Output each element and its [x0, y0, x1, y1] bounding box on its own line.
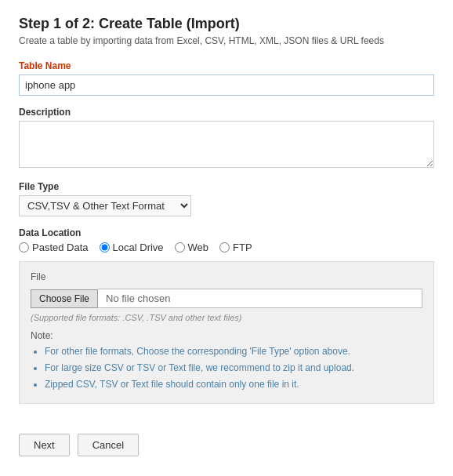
file-name-display: No file chosen — [98, 289, 422, 308]
page-title: Step 1 of 2: Create Table (Import) — [19, 16, 434, 32]
cancel-button[interactable]: Cancel — [78, 434, 139, 456]
file-type-label: File Type — [19, 181, 434, 192]
description-input[interactable] — [19, 121, 434, 168]
file-type-select[interactable]: CSV,TSV & Other Text Format Excel HTML X… — [19, 195, 191, 216]
radio-web[interactable]: Web — [175, 242, 209, 253]
note-item-3: Zipped CSV, TSV or Text file should cont… — [45, 377, 422, 391]
next-button[interactable]: Next — [19, 434, 70, 456]
note-label: Note: — [31, 330, 422, 341]
radio-local-label: Local Drive — [113, 242, 164, 253]
note-list: For other file formats, Choose the corre… — [31, 344, 422, 391]
choose-file-button[interactable]: Choose File — [31, 289, 98, 308]
data-location-label: Data Location — [19, 227, 434, 238]
page-subtitle: Create a table by importing data from Ex… — [19, 35, 434, 46]
file-input-row: Choose File No file chosen — [31, 289, 422, 308]
radio-web-label: Web — [188, 242, 209, 253]
radio-ftp-label: FTP — [233, 242, 252, 253]
description-label: Description — [19, 107, 434, 118]
radio-local-drive[interactable]: Local Drive — [100, 242, 164, 253]
table-name-input[interactable] — [19, 74, 434, 96]
button-row: Next Cancel — [19, 426, 434, 456]
table-name-label: Table Name — [19, 60, 434, 71]
radio-pasted-data[interactable]: Pasted Data — [19, 242, 89, 253]
radio-pasted-label: Pasted Data — [32, 242, 89, 253]
note-item-1: For other file formats, Choose the corre… — [45, 344, 422, 358]
data-location-options: Pasted Data Local Drive Web FTP — [19, 242, 434, 253]
file-section: File Choose File No file chosen (Support… — [19, 261, 434, 404]
file-section-label: File — [31, 271, 422, 282]
supported-formats-text: (Supported file formats: .CSV, .TSV and … — [31, 313, 422, 322]
radio-local-input[interactable] — [100, 242, 110, 253]
radio-pasted-input[interactable] — [19, 242, 29, 253]
radio-ftp-input[interactable] — [219, 242, 230, 253]
note-section: Note: For other file formats, Choose the… — [31, 330, 422, 391]
radio-ftp[interactable]: FTP — [219, 242, 252, 253]
note-item-2: For large size CSV or TSV or Text file, … — [45, 361, 422, 375]
radio-web-input[interactable] — [175, 242, 185, 253]
